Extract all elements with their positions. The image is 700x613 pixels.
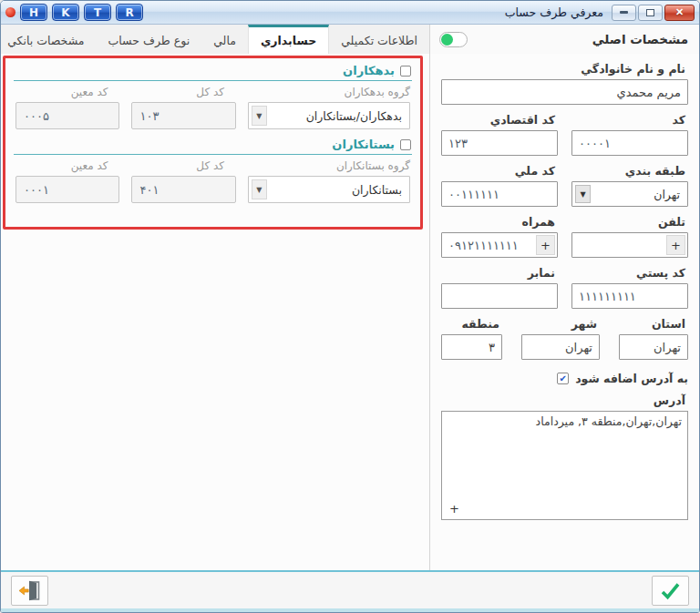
tab-accounting[interactable]: حسابداري bbox=[248, 25, 329, 54]
add-mobile-button[interactable]: + bbox=[536, 235, 555, 255]
creditors-checkbox[interactable] bbox=[400, 139, 411, 150]
province-input[interactable] bbox=[619, 334, 688, 360]
name-label: نام و نام خانوادگي bbox=[441, 62, 688, 76]
debtors-group-select[interactable]: بدهكاران/بستانكاران ▼ bbox=[248, 102, 410, 129]
tab-bank-details[interactable]: مشخصات بانكي bbox=[0, 25, 97, 54]
maximize-icon bbox=[646, 9, 654, 16]
tab-party-type[interactable]: نوع طرف حساب bbox=[97, 25, 202, 54]
creditors-group-label: گروه بستانكاران bbox=[248, 159, 410, 172]
classification-select[interactable]: تهران ▼ bbox=[571, 181, 688, 207]
accounting-panel-column: اطلاعات تكميلي حسابداري مالي نوع طرف حسا… bbox=[1, 25, 429, 570]
window-title: معرفي طرف حساب bbox=[505, 5, 603, 19]
titlebar: H K T R معرفي طرف حساب ✕ bbox=[1, 1, 699, 25]
debtors-subsidiary-code-label: كد معين bbox=[15, 86, 119, 98]
record-dot-icon bbox=[5, 7, 15, 17]
close-icon: ✕ bbox=[675, 6, 684, 18]
exit-door-icon bbox=[17, 579, 42, 602]
debtors-general-code-label: كد كل bbox=[131, 86, 235, 98]
national-code-input[interactable] bbox=[441, 181, 558, 207]
region-label: منطقه bbox=[441, 317, 502, 331]
add-phone-button[interactable]: + bbox=[666, 235, 685, 255]
accounting-tab-body: بدهكاران گروه بدهكاران بدهكاران/بستانكار… bbox=[1, 54, 429, 570]
tab-financial[interactable]: مالي bbox=[201, 25, 248, 54]
hotkey-t-button[interactable]: T bbox=[84, 4, 111, 21]
minimize-icon bbox=[620, 11, 628, 14]
address-label: آدرس bbox=[441, 393, 688, 407]
province-label: استان bbox=[619, 317, 688, 331]
postal-code-input[interactable] bbox=[571, 283, 688, 309]
confirm-button[interactable] bbox=[652, 576, 689, 606]
tab-bar: اطلاعات تكميلي حسابداري مالي نوع طرف حسا… bbox=[1, 25, 429, 54]
chevron-down-icon[interactable]: ▼ bbox=[252, 106, 267, 126]
toggle-switch[interactable] bbox=[439, 32, 468, 47]
debtors-section: بدهكاران گروه بدهكاران بدهكاران/بستانكار… bbox=[13, 61, 413, 129]
creditors-section-title: بستانكاران bbox=[332, 138, 395, 151]
hotkey-k-button[interactable]: K bbox=[52, 4, 79, 21]
classification-label: طبقه بندي bbox=[571, 164, 688, 178]
city-label: شهر bbox=[521, 317, 600, 331]
address-expand-button[interactable]: + bbox=[449, 502, 459, 516]
economic-code-label: كد اقتصادي bbox=[441, 113, 558, 127]
debtors-section-title: بدهكاران bbox=[343, 64, 395, 77]
debtors-general-code-input[interactable] bbox=[131, 102, 235, 129]
debtors-subsidiary-code-input[interactable] bbox=[15, 102, 119, 129]
debtors-group-value: بدهكاران/بستانكاران bbox=[249, 109, 409, 123]
chevron-down-icon[interactable]: ▼ bbox=[252, 179, 267, 199]
national-code-label: كد ملي bbox=[441, 164, 558, 178]
creditors-general-code-label: كد كل bbox=[131, 159, 235, 172]
code-label: كد bbox=[571, 113, 688, 127]
add-to-address-label: به آدرس اضافه شود bbox=[575, 372, 688, 385]
main-specs-form: نام و نام خانوادگي كد كد اقتصادي طبقه بن… bbox=[430, 54, 699, 570]
hotkey-h-button[interactable]: H bbox=[20, 4, 47, 21]
annotation-red-box: بدهكاران گروه بدهكاران بدهكاران/بستانكار… bbox=[3, 56, 423, 230]
postal-code-label: كد پستي bbox=[571, 266, 688, 280]
add-to-address-checkbox[interactable] bbox=[557, 373, 569, 384]
debtors-group-label: گروه بدهكاران bbox=[248, 86, 410, 98]
fax-label: نمابر bbox=[441, 266, 558, 280]
creditors-general-code-input[interactable] bbox=[131, 176, 235, 203]
name-input[interactable] bbox=[441, 79, 688, 105]
exit-button[interactable] bbox=[11, 576, 48, 606]
mobile-label: همراه bbox=[441, 215, 558, 229]
creditors-subsidiary-code-input[interactable] bbox=[15, 176, 119, 203]
address-textarea[interactable]: تهران,تهران,منطقه ۳, ميرداماد + bbox=[441, 411, 688, 520]
debtors-divider bbox=[14, 80, 412, 81]
app-window: H K T R معرفي طرف حساب ✕ اطلاعات تكميلي … bbox=[0, 0, 700, 613]
fax-input[interactable] bbox=[441, 283, 558, 309]
main-specs-panel: مشخصات اصلي نام و نام خانوادگي كد كد اقت… bbox=[429, 25, 699, 570]
main-specs-title: مشخصات اصلي bbox=[592, 32, 688, 46]
chevron-down-icon[interactable]: ▼ bbox=[575, 185, 591, 203]
creditors-group-value: بستانكاران bbox=[249, 183, 409, 197]
region-input[interactable] bbox=[441, 334, 502, 360]
address-value: تهران,تهران,منطقه ۳, ميرداماد bbox=[536, 414, 682, 428]
phone-label: تلفن bbox=[571, 215, 688, 229]
tab-additional-info[interactable]: اطلاعات تكميلي bbox=[329, 25, 429, 54]
creditors-section: بستانكاران گروه بستانكاران بستانكاران ▼ bbox=[13, 135, 413, 203]
checkmark-icon bbox=[658, 579, 683, 602]
city-input[interactable] bbox=[521, 334, 600, 360]
creditors-subsidiary-code-label: كد معين bbox=[15, 159, 119, 172]
code-input[interactable] bbox=[571, 130, 688, 156]
debtors-checkbox[interactable] bbox=[400, 66, 411, 77]
creditors-group-select[interactable]: بستانكاران ▼ bbox=[248, 176, 410, 203]
hotkey-r-button[interactable]: R bbox=[116, 4, 143, 21]
footer-bar bbox=[1, 570, 699, 612]
toggle-knob bbox=[441, 34, 453, 46]
titlebar-left-group: H K T R bbox=[1, 4, 143, 21]
economic-code-input[interactable] bbox=[441, 130, 558, 156]
creditors-divider bbox=[14, 154, 412, 155]
minimize-button[interactable] bbox=[612, 5, 636, 21]
close-button[interactable]: ✕ bbox=[664, 5, 695, 21]
maximize-button[interactable] bbox=[638, 5, 663, 21]
titlebar-right-group: معرفي طرف حساب ✕ bbox=[505, 5, 699, 21]
